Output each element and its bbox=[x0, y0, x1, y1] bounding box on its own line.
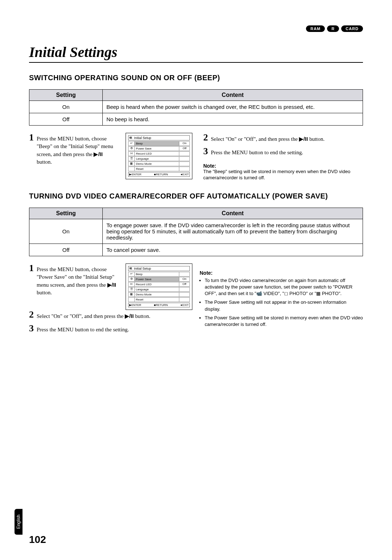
play-pause-icon: ▶/II bbox=[299, 136, 308, 142]
beep-settings-table: Setting Content On Beep is heard when th… bbox=[29, 89, 363, 126]
page-title: Initial Settings bbox=[29, 44, 363, 63]
cell-off: Off bbox=[29, 244, 103, 256]
s1-step2: 2 Select "On" or "Off", and then press t… bbox=[203, 133, 363, 143]
page-number: 102 bbox=[29, 534, 46, 545]
step-num: 2 bbox=[203, 133, 208, 142]
play-pause-icon: ▶/II bbox=[107, 282, 117, 288]
note-heading: Note: bbox=[203, 163, 363, 169]
s2-step1: 1 Press the MENU button, choose "Power S… bbox=[29, 263, 119, 297]
play-pause-icon: ▶/II bbox=[94, 151, 103, 157]
step-num: 3 bbox=[203, 147, 208, 156]
badge-card: CARD bbox=[341, 25, 363, 32]
note-item: The Power Save setting will not appear i… bbox=[205, 299, 363, 312]
th-setting: Setting bbox=[29, 90, 103, 101]
format-badges: RAM R CARD bbox=[306, 25, 363, 32]
step-num: 1 bbox=[29, 133, 34, 142]
osd-menu-beep: 🛠Initial Setup ↵BeepOn ⚙Power SaveOff HR… bbox=[126, 133, 192, 179]
note-text: The "Beep" setting will be stored in mem… bbox=[203, 169, 363, 181]
osd-menu-powersave: 🛠Initial Setup ↵Beep ⚙Power SaveOn HReco… bbox=[126, 263, 192, 310]
play-pause-icon: ▶/II bbox=[125, 313, 134, 319]
note-item: The Power Save setting will be stored in… bbox=[205, 315, 363, 328]
cell-on: On bbox=[29, 219, 103, 244]
s1-step1: 1 Press the MENU button, choose "Beep" o… bbox=[29, 133, 118, 166]
cell-off: Off bbox=[29, 113, 103, 126]
language-tab: English bbox=[15, 509, 23, 535]
badge-ram: RAM bbox=[306, 25, 325, 32]
step-text: Press the MENU button, choose "Beep" on … bbox=[37, 135, 118, 166]
s2-step2: 2 Select "On" or "Off", and then press t… bbox=[29, 310, 192, 320]
cell-off-content: No beep is heard. bbox=[103, 113, 363, 126]
th-content: Content bbox=[103, 90, 363, 101]
cell-off-content: To cancel power save. bbox=[103, 244, 363, 256]
th-setting: Setting bbox=[29, 208, 103, 219]
note-item: To turn the DVD video camera/recorder on… bbox=[205, 277, 363, 297]
note-heading: Note: bbox=[200, 270, 363, 276]
section2-heading: TURNING DVD VIDEO CAMERA/RECORDER OFF AU… bbox=[29, 192, 363, 200]
s1-step3: 3 Press the MENU button to end the setti… bbox=[203, 147, 363, 156]
cell-on-content: Beep is heard when the power switch is c… bbox=[103, 101, 363, 113]
cell-on: On bbox=[29, 101, 103, 113]
powersave-settings-table: Setting Content On To engage power save.… bbox=[29, 208, 363, 256]
badge-r: R bbox=[327, 25, 339, 32]
th-content: Content bbox=[103, 208, 363, 219]
s2-step3: 3 Press the MENU button to end the setti… bbox=[29, 324, 192, 334]
note-list: To turn the DVD video camera/recorder on… bbox=[200, 277, 363, 328]
section1-heading: SWITCHING OPERATING SOUND ON OR OFF (BEE… bbox=[29, 74, 363, 82]
cell-on-content: To engage power save. If the DVD video c… bbox=[103, 219, 363, 244]
